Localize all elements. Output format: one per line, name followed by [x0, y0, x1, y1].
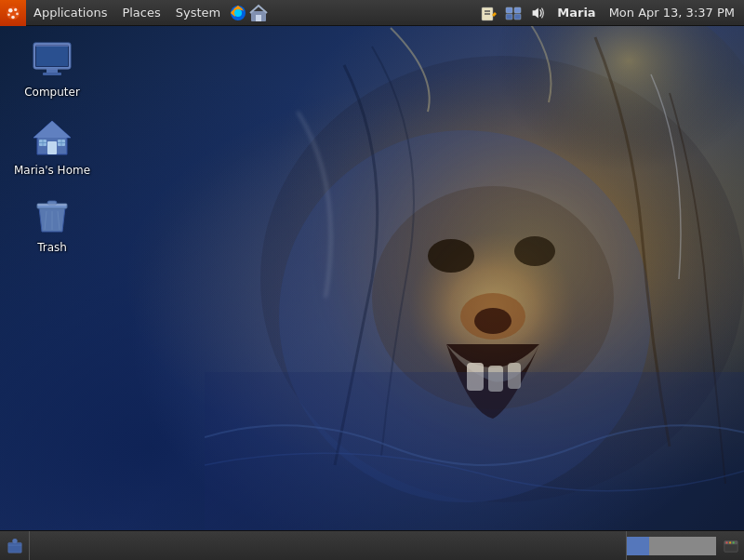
- taskbar-right: Maria Mon Apr 13, 3:37 PM: [479, 0, 744, 25]
- svg-point-54: [729, 541, 731, 543]
- trash-icon-image: [30, 193, 74, 237]
- taskbar-bottom: [0, 530, 744, 560]
- gnome-icon[interactable]: [0, 0, 26, 26]
- svg-rect-26: [514, 7, 521, 13]
- svg-point-55: [733, 541, 735, 543]
- taskbar-top: Applications Places System: [0, 0, 744, 26]
- computer-icon-label: Computer: [24, 86, 80, 100]
- svg-rect-49: [7, 542, 20, 553]
- volume-tray-icon[interactable]: [527, 3, 548, 23]
- svg-point-4: [428, 239, 474, 273]
- home-folder-tray-icon[interactable]: [248, 3, 269, 23]
- trash-icon-label: Trash: [37, 241, 67, 256]
- svg-rect-27: [506, 14, 512, 20]
- edit-tray-icon[interactable]: [479, 3, 499, 23]
- desktop: Applications Places System: [0, 0, 744, 560]
- home-icon-image: [30, 115, 74, 160]
- svg-point-53: [725, 541, 727, 543]
- svg-point-14: [14, 7, 17, 10]
- svg-point-16: [16, 12, 19, 15]
- pager-workspace-3[interactable]: [671, 537, 694, 555]
- svg-point-17: [11, 15, 15, 19]
- svg-rect-48: [37, 204, 67, 206]
- svg-rect-34: [35, 45, 69, 47]
- pager-workspace-4[interactable]: [694, 537, 716, 555]
- taskbar-left: Applications Places System: [0, 0, 269, 25]
- svg-point-7: [474, 308, 512, 334]
- bottom-right-icons: [626, 531, 744, 560]
- screen-tray-icon[interactable]: [503, 3, 524, 23]
- computer-icon-image: [30, 37, 74, 82]
- pager-workspace-2[interactable]: [649, 537, 671, 555]
- svg-point-13: [8, 8, 13, 13]
- home-icon-label: Maria's Home: [14, 164, 90, 179]
- menu-places[interactable]: Places: [114, 0, 167, 25]
- svg-point-50: [12, 538, 17, 542]
- pager-workspace-1[interactable]: [627, 537, 649, 555]
- tray-username[interactable]: Maria: [551, 6, 601, 20]
- svg-rect-28: [514, 14, 521, 20]
- marias-home-icon[interactable]: Maria's Home: [7, 112, 97, 182]
- trash-icon[interactable]: Trash: [7, 189, 97, 260]
- menu-applications[interactable]: Applications: [26, 0, 114, 25]
- svg-rect-32: [46, 69, 58, 73]
- firefox-icon[interactable]: [228, 3, 248, 23]
- lion-artwork: [205, 19, 744, 540]
- svg-rect-36: [47, 141, 57, 154]
- tray-datetime: Mon Apr 13, 3:37 PM: [605, 6, 738, 20]
- svg-point-5: [514, 236, 555, 266]
- svg-rect-31: [36, 46, 68, 66]
- computer-icon[interactable]: Computer: [7, 33, 97, 104]
- svg-rect-21: [256, 15, 261, 21]
- svg-rect-33: [43, 73, 61, 75]
- bottom-left-icon[interactable]: [0, 531, 30, 561]
- bottom-window-button[interactable]: [718, 533, 744, 559]
- svg-point-15: [7, 13, 10, 16]
- svg-rect-25: [506, 7, 512, 13]
- svg-point-19: [234, 9, 242, 17]
- desktop-icons: Computer: [7, 33, 97, 260]
- svg-rect-11: [205, 372, 744, 540]
- menu-system[interactable]: System: [168, 0, 228, 25]
